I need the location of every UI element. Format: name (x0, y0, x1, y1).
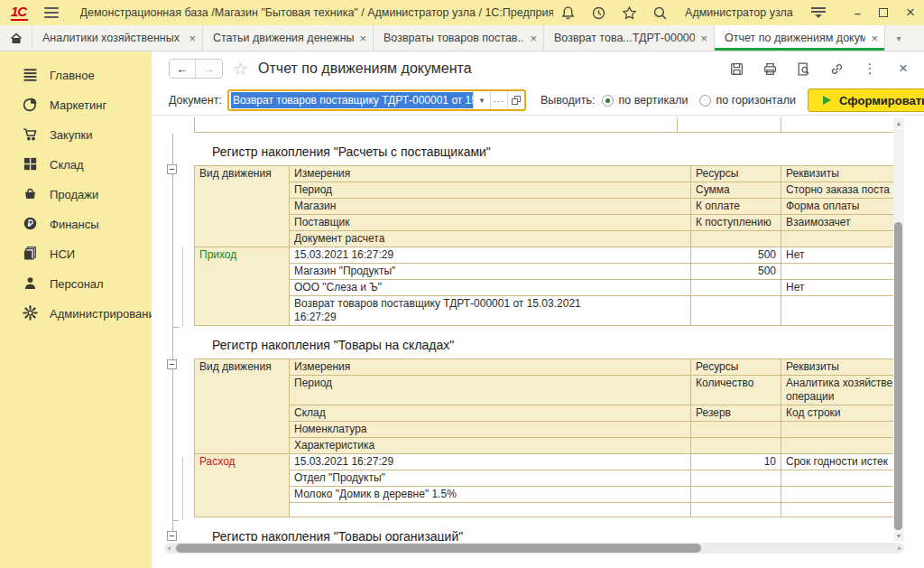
header-cell[interactable]: Реквизиты (781, 358, 894, 375)
data-cell[interactable] (290, 502, 691, 517)
scroll-down-icon[interactable] (893, 530, 904, 541)
more-menu-icon[interactable] (862, 61, 878, 77)
collapse-group-2-icon[interactable] (167, 359, 177, 369)
service-menu-icon[interactable] (810, 7, 827, 17)
header-cell[interactable]: Резерв (691, 405, 781, 421)
sidebar-item-7[interactable]: НСИ (0, 239, 152, 269)
data-cell[interactable]: Магазин "Продукты" (290, 263, 691, 279)
data-cell[interactable]: Срок годности истек (781, 453, 894, 470)
header-cell[interactable]: Период (290, 182, 691, 198)
data-cell[interactable]: Возврат товаров поставщику ТДРТ-000001 о… (290, 295, 691, 325)
tab-4[interactable]: Возврат това...ТДРТ-000001 (544, 25, 715, 51)
corner-cell[interactable]: Вид движения (195, 165, 290, 247)
document-input[interactable]: Возврат товаров поставщику ТДРТ-000001 о… (229, 91, 473, 109)
header-cell[interactable] (691, 230, 781, 247)
home-tab[interactable] (0, 25, 32, 51)
data-cell[interactable] (781, 502, 894, 517)
generate-button[interactable]: Сформировать (808, 88, 924, 112)
movement-type-cell[interactable]: Приход (195, 247, 290, 325)
sidebar-item-4[interactable]: Склад (0, 150, 152, 180)
header-cell[interactable] (691, 421, 781, 437)
favorite-star-icon[interactable] (233, 59, 248, 79)
maximize-button[interactable] (879, 8, 888, 17)
data-cell[interactable] (691, 502, 781, 517)
data-cell[interactable]: Нет (781, 279, 894, 295)
header-cell[interactable]: Ресурсы (691, 358, 781, 375)
movement-type-cell[interactable]: Расход (195, 453, 290, 517)
header-cell[interactable]: Измерения (290, 358, 691, 375)
header-cell[interactable]: Магазин (290, 198, 691, 214)
header-cell[interactable] (781, 437, 894, 453)
header-cell[interactable]: Реквизиты (781, 165, 894, 182)
tab-close-icon[interactable] (871, 32, 878, 45)
header-cell[interactable]: Форма оплаты (781, 198, 894, 214)
data-cell[interactable]: 500 (691, 247, 781, 263)
header-cell[interactable]: Сумма (691, 182, 781, 198)
sidebar-item-3[interactable]: Закупки (0, 120, 152, 150)
header-cell[interactable] (691, 437, 781, 453)
sidebar-item-8[interactable]: Персонал (0, 269, 152, 299)
data-cell[interactable] (781, 470, 894, 486)
header-cell[interactable]: К оплате (691, 198, 781, 214)
tab-close-icon[interactable] (700, 32, 707, 45)
tab-close-icon[interactable] (530, 32, 537, 45)
collapse-group-1-icon[interactable] (167, 164, 177, 174)
data-cell[interactable]: Молоко "Домик в деревне" 1.5% (290, 486, 691, 502)
sidebar-item-6[interactable]: Финансы (0, 210, 152, 239)
data-cell[interactable] (781, 263, 894, 279)
document-choose-button[interactable] (490, 91, 507, 109)
forward-button[interactable] (196, 60, 222, 78)
header-cell[interactable] (781, 421, 894, 437)
vertical-scroll-thumb[interactable] (894, 222, 902, 530)
document-dropdown-button[interactable] (473, 91, 490, 109)
header-cell[interactable]: Сторно заказа поста (781, 182, 894, 198)
tab-5[interactable]: Отчет по движениям докум... (715, 25, 885, 51)
tab-2[interactable]: Статьи движения денежны... (203, 25, 374, 51)
get-link-icon[interactable] (828, 61, 845, 77)
back-button[interactable] (170, 60, 196, 78)
scroll-up-icon[interactable] (893, 117, 904, 128)
horizontal-scroll-thumb[interactable] (176, 544, 701, 553)
data-cell[interactable]: Нет (781, 247, 894, 263)
data-cell[interactable] (781, 486, 894, 502)
header-cell[interactable] (781, 230, 894, 247)
main-menu-icon[interactable] (44, 7, 58, 18)
data-cell[interactable] (691, 470, 781, 486)
tab-1[interactable]: Аналитики хозяйственных ... (32, 25, 203, 51)
data-cell[interactable] (691, 279, 781, 295)
header-cell[interactable]: Измерения (290, 165, 691, 182)
data-cell[interactable]: 15.03.2021 16:27:29 (290, 247, 691, 263)
header-cell[interactable]: Взаимозачет (781, 214, 894, 230)
scroll-right-icon[interactable] (895, 543, 904, 554)
close-form-icon[interactable] (895, 61, 911, 77)
data-cell[interactable]: Отдел "Продукты" (290, 470, 691, 486)
current-user[interactable]: Администратор узла (685, 6, 793, 19)
sidebar-item-5[interactable]: Продажи (0, 180, 152, 210)
minimize-button[interactable] (855, 7, 861, 19)
sidebar-item-2[interactable]: Маркетинг (0, 90, 152, 120)
data-cell[interactable]: ООО "Слеза и Ъ" (290, 279, 691, 295)
data-cell[interactable] (781, 295, 894, 325)
tab-close-icon[interactable] (189, 32, 196, 45)
header-cell[interactable]: Склад (290, 405, 691, 421)
scroll-left-icon[interactable] (164, 543, 173, 554)
header-cell[interactable]: К поступлению (691, 214, 781, 230)
header-cell[interactable]: Аналитика хозяйстве операции (781, 375, 894, 405)
header-cell[interactable]: Характеристика (290, 437, 691, 453)
corner-cell[interactable]: Вид движения (195, 358, 290, 453)
data-cell[interactable] (691, 486, 781, 502)
radio-vertical[interactable]: по вертикали (602, 94, 688, 107)
header-cell[interactable]: Поставщик (290, 214, 691, 230)
collapse-group-3-icon[interactable] (167, 531, 177, 541)
print-preview-icon[interactable] (795, 61, 811, 77)
tab-overflow-chevron-icon[interactable] (885, 25, 912, 51)
data-cell[interactable] (691, 295, 781, 325)
horizontal-scrollbar[interactable] (164, 543, 904, 554)
save-icon[interactable] (728, 61, 744, 77)
history-icon[interactable] (591, 5, 606, 21)
print-icon[interactable] (762, 61, 778, 77)
header-cell[interactable]: Код строки (781, 405, 894, 421)
header-cell[interactable]: Количество (691, 375, 781, 405)
sidebar-item-1[interactable]: Главное (0, 61, 152, 90)
favorites-star-icon[interactable] (622, 5, 637, 21)
